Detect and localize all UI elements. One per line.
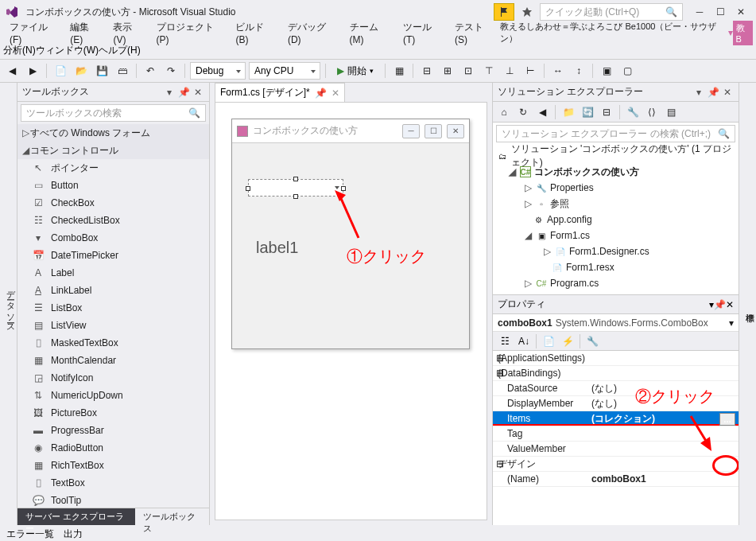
prop-databindings[interactable]: ⊞(DataBindings) (493, 366, 739, 381)
menu-tools[interactable]: ツール(T) (397, 19, 448, 47)
alphabetical-icon[interactable]: A↓ (515, 333, 533, 350)
left-rail-datasources[interactable]: データ ソース (0, 83, 17, 525)
prop-design-group[interactable]: ⊟デザイン (493, 457, 739, 472)
events-icon[interactable]: ⚡ (559, 333, 576, 350)
redo-button[interactable]: ↷ (162, 62, 180, 80)
tab-server-explorer[interactable]: サーバー エクスプローラー (17, 508, 135, 525)
menu-test[interactable]: テスト(S) (448, 19, 501, 47)
tag-badge[interactable]: 教B (733, 21, 753, 45)
tool-label[interactable]: ALabel (17, 264, 209, 282)
code-icon[interactable]: ⟨⟩ (644, 104, 660, 120)
start-debug-button[interactable]: ▶開始▾ (331, 62, 380, 80)
menu-build[interactable]: ビルド(B) (229, 19, 281, 47)
solution-root[interactable]: 🗂ソリューション 'コンボボックスの使い方' (1 プロジェクト) (493, 148, 739, 164)
dropdown-icon[interactable]: ▾ (692, 86, 705, 99)
view-icon[interactable]: ▤ (663, 104, 679, 120)
save-button[interactable]: 💾 (93, 62, 110, 80)
tool-datetimepicker[interactable]: 📅DateTimePicker (17, 247, 209, 264)
dropdown-icon[interactable]: ▾ (163, 86, 176, 99)
right-rail[interactable]: 標準 (739, 83, 756, 525)
designer-node[interactable]: ▷📄Form1.Designer.cs (493, 243, 739, 259)
tool-pointer[interactable]: ↖ポインター (17, 159, 209, 177)
menu-analyze[interactable]: 分析(N) (3, 44, 36, 57)
undo-button[interactable]: ↶ (142, 62, 159, 80)
categorized-icon[interactable]: ☷ (496, 333, 514, 350)
tab-errors[interactable]: エラー一覧 (6, 527, 54, 541)
close-icon[interactable]: ✕ (721, 86, 734, 99)
prop-appsettings[interactable]: ⊞(ApplicationSettings) (493, 351, 739, 366)
pin-icon[interactable]: 📌 (177, 86, 190, 99)
layout-btn-1[interactable]: ▦ (390, 62, 408, 80)
tool-monthcalendar[interactable]: ▦MonthCalendar (17, 352, 209, 369)
tab-pin-icon[interactable]: 📌 (315, 88, 327, 99)
home-icon[interactable]: ⌂ (496, 104, 512, 120)
refresh-icon[interactable]: 🔄 (580, 104, 595, 120)
showall-icon[interactable]: 📁 (560, 104, 576, 120)
form-close-button[interactable]: ✕ (447, 124, 464, 138)
align-top-icon[interactable]: ⊤ (480, 62, 498, 80)
appconfig-node[interactable]: ⚙App.config (493, 212, 739, 228)
order-front-icon[interactable]: ▣ (598, 62, 615, 80)
prop-items[interactable]: Items (コレクション)… (493, 411, 739, 426)
tool-picturebox[interactable]: 🖼PictureBox (17, 404, 209, 422)
toolbox-search-input[interactable]: ツールボックスの検索 🔍 (21, 104, 206, 122)
align-left-icon[interactable]: ⊟ (418, 62, 436, 80)
new-project-button[interactable]: 📄 (52, 62, 69, 80)
combobox-control[interactable] (248, 179, 343, 197)
tool-checkbox[interactable]: ☑CheckBox (17, 194, 209, 212)
prop-tag[interactable]: Tag (493, 426, 739, 442)
menu-file[interactable]: ファイル(F) (3, 19, 64, 47)
form-max-button[interactable]: ☐ (425, 124, 442, 138)
menu-view[interactable]: 表示(V) (107, 19, 149, 47)
feedback-icon[interactable] (519, 4, 535, 20)
pin-icon[interactable]: 📌 (714, 299, 726, 310)
close-icon[interactable]: ✕ (192, 86, 204, 99)
align-center-icon[interactable]: ⊞ (439, 62, 456, 80)
toolbox-group-all[interactable]: ▷すべての Windows フォーム (17, 124, 209, 142)
align-mid-icon[interactable]: ⊥ (501, 62, 518, 80)
prop-displaymember[interactable]: DisplayMember(なし) (493, 396, 739, 411)
tab-close-icon[interactable]: ✕ (331, 88, 339, 99)
tool-maskedtextbox[interactable]: ⌷MaskedTextBox (17, 334, 209, 352)
config-dropdown[interactable]: Debug (190, 62, 246, 80)
label-control[interactable]: label1 (256, 239, 298, 257)
nav-back-button[interactable]: ◀ (3, 62, 21, 80)
solution-search-input[interactable]: ソリューション エクスプローラー の検索 (Ctrl+;) 🔍 (496, 125, 735, 142)
sync-icon[interactable]: ↻ (515, 104, 531, 120)
properties-node[interactable]: ▷🔧Properties (493, 180, 739, 196)
pin-icon[interactable]: 📌 (707, 86, 719, 99)
form-min-button[interactable]: ─ (402, 124, 420, 138)
form1-node[interactable]: ◢▣Form1.cs (493, 228, 739, 243)
tab-output[interactable]: 出力 (64, 527, 83, 541)
menu-window[interactable]: ウィンドウ(W) (36, 44, 99, 57)
tool-listbox[interactable]: ☰ListBox (17, 299, 209, 317)
solution-tree[interactable]: 🗂ソリューション 'コンボボックスの使い方' (1 プロジェクト) ◢C#コンボ… (493, 145, 739, 294)
menu-debug[interactable]: デバッグ(D) (281, 19, 343, 47)
toolbox-group-common[interactable]: ◢コモン コントロール (17, 142, 209, 159)
tool-linklabel[interactable]: ALinkLabel (17, 282, 209, 299)
maximize-button[interactable]: ☐ (710, 3, 731, 21)
design-surface[interactable]: コンボボックスの使い方 ─ ☐ ✕ label1 ①クリック (215, 102, 487, 520)
spacing-v-icon[interactable]: ↕ (570, 62, 587, 80)
menu-team[interactable]: チーム(M) (343, 19, 397, 47)
spacing-h-icon[interactable]: ↔ (549, 62, 567, 80)
tool-radiobutton[interactable]: ◉RadioButton (17, 439, 209, 457)
references-node[interactable]: ▷▫参照 (493, 196, 739, 212)
tool-richtextbox[interactable]: ▦RichTextBox (17, 457, 209, 474)
collapse-icon[interactable]: ⊟ (599, 104, 614, 120)
program-node[interactable]: ▷C#Program.cs (493, 275, 739, 291)
tool-progressbar[interactable]: ▬ProgressBar (17, 422, 209, 439)
nav-fwd-button[interactable]: ▶ (24, 62, 41, 80)
tool-checkedlistbox[interactable]: ☷CheckedListBox (17, 212, 209, 229)
prop-name[interactable]: (Name)comboBox1 (493, 472, 739, 487)
order-back-icon[interactable]: ▢ (618, 62, 636, 80)
menu-project[interactable]: プロジェクト(P) (150, 19, 230, 47)
tool-combobox[interactable]: ▾ComboBox (17, 229, 209, 247)
menu-edit[interactable]: 編集(E) (64, 19, 107, 47)
tool-notifyicon[interactable]: ◲NotifyIcon (17, 369, 209, 387)
align-right-icon[interactable]: ⊡ (459, 62, 477, 80)
menu-help[interactable]: ヘルプ(H) (99, 44, 141, 57)
tool-textbox[interactable]: ⌷TextBox (17, 474, 209, 492)
properties-object-selector[interactable]: comboBox1 System.Windows.Forms.ComboBox … (493, 314, 739, 332)
tab-toolbox[interactable]: ツールボックス (135, 508, 209, 525)
